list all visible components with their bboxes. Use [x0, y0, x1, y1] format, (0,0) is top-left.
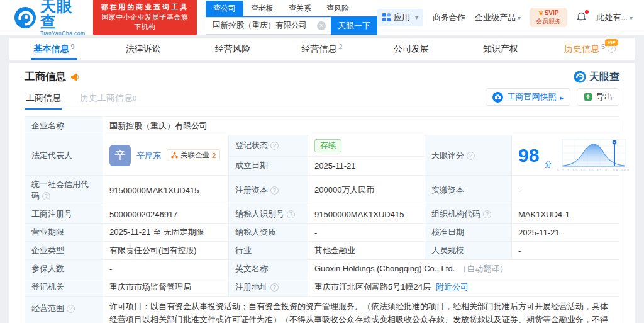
chart-x-ticks: 0 1 3 10 30 60 85 97 99 100 — [557, 168, 630, 172]
brand-slogan-badge: 都在用的商业查询工具 国家中小企业发展子基金旗下机构 — [93, 0, 197, 35]
search-area: 查公司 查老板 查关系 查风险 天眼一下 — [206, 1, 377, 35]
paid-capital-value: - — [512, 176, 619, 205]
svip-member-button[interactable]: SVIP 会员服务 — [530, 8, 567, 27]
credit-code-label: 统一社会信用代码 — [25, 176, 103, 205]
company-type-label: 企业类型 — [25, 242, 103, 260]
notification-dot — [585, 10, 589, 14]
score-cell: 98 分 — [512, 135, 619, 176]
help-icon[interactable] — [270, 142, 279, 150]
taxpayer-quality-label: 纳税人资质 — [229, 224, 308, 242]
tianyancha-watermark: 天眼查 — [574, 71, 619, 84]
company-name-value: 国新控股（重庆）有限公司 — [103, 117, 619, 135]
legal-rep-label: 法定代表人 — [25, 135, 103, 176]
row-insured: 参保人数 - 英文名称 Guoxin Holdings (Chongqing) … — [25, 260, 619, 278]
business-info-table: 企业名称 国新控股（重庆）有限公司 法定代表人 辛 辛厚东 关联企 — [25, 116, 619, 323]
subtab-history-business-info[interactable]: 历史工商信息0 — [79, 90, 138, 110]
section-title: 工商信息 — [25, 70, 66, 84]
related-graph-icon — [171, 152, 178, 159]
reg-number-value: 500000020246917 — [103, 205, 229, 224]
search-button[interactable]: 天眼一下 — [331, 17, 377, 35]
section-title-row: 工商信息 — [25, 70, 81, 84]
crown-icon — [538, 9, 545, 16]
industry-value: 其他金融业 — [308, 242, 425, 260]
credit-code-value: 91500000MAK1XUD415 — [103, 176, 229, 205]
slogan-line2: 国家中小企业发展子基金旗下机构 — [98, 13, 192, 33]
score-label: 天眼评分 — [425, 135, 512, 176]
search-tab-company[interactable]: 查公司 — [206, 1, 243, 16]
help-icon[interactable] — [67, 305, 75, 313]
help-icon[interactable] — [42, 192, 50, 200]
menu-cooperation[interactable]: 商务合作 — [433, 12, 465, 23]
reg-authority-value: 重庆市市场监督管理局 — [103, 278, 229, 297]
help-icon[interactable] — [287, 210, 295, 218]
help-icon[interactable] — [270, 283, 279, 292]
tab-intellectual-property[interactable]: 知识产权 — [456, 38, 545, 60]
tianyancha-logo[interactable]: 天眼查 TianYanCha.com — [14, 0, 87, 37]
tab-company-development[interactable]: 公司发展 — [367, 38, 456, 60]
help-icon[interactable] — [270, 186, 279, 195]
logo-name: 天眼查 — [40, 0, 87, 30]
tab-business-info[interactable]: 经营信息2 — [277, 38, 367, 60]
company-nav-tabs: 基本信息9 法律诉讼 经营风险 经营信息2 公司发展 知识产权 VIP 历史信息… — [9, 38, 635, 60]
staff-size-value: - — [512, 242, 619, 260]
related-companies-badge[interactable]: 关联企业 2 — [167, 149, 220, 161]
camera-stamp-icon — [492, 92, 503, 103]
vip-tag: VIP — [605, 39, 618, 46]
export-button[interactable]: 导出 — [577, 88, 619, 106]
est-date-label: 成立日期 — [229, 156, 308, 175]
legal-rep-cell: 辛 辛厚东 关联企业 2 — [103, 135, 229, 176]
insured-count-label: 参保人数 — [25, 260, 103, 278]
taxpayer-quality-value: - — [308, 224, 425, 242]
header-menu: 应用 商务合作 企业级产品 SVIP 会员服务 此处有... — [377, 8, 633, 27]
company-name-label: 企业名称 — [25, 117, 103, 135]
apps-label: 应用 — [394, 12, 410, 23]
reg-authority-label: 登记机关 — [25, 278, 103, 297]
row-codes-2: 工商注册号 500000020246917 纳税人识别号 91500000MAK… — [25, 205, 619, 224]
watermark-swirl-icon — [574, 71, 586, 83]
tab-legal-proceedings[interactable]: 法律诉讼 — [99, 38, 188, 60]
logo-swirl-icon — [14, 6, 36, 30]
help-icon[interactable] — [467, 152, 475, 160]
search-tab-risk[interactable]: 查风险 — [319, 1, 357, 16]
subtab-indicator — [25, 108, 62, 110]
subtab-business-info[interactable]: 工商信息 — [25, 90, 62, 110]
tab-operating-risk[interactable]: 经营风险 — [188, 38, 277, 60]
nearby-companies-link[interactable]: 附近公司 — [436, 282, 469, 292]
approval-date-label: 核准日期 — [425, 224, 512, 242]
apps-menu[interactable]: 应用 — [377, 9, 423, 26]
legal-rep-name-link[interactable]: 辛厚东 — [136, 150, 161, 161]
menu-enterprise-products[interactable]: 企业级产品 — [475, 12, 521, 23]
english-name-value: Guoxin Holdings (Chongqing) Co., Ltd.（自动… — [308, 260, 619, 278]
legal-rep-avatar[interactable]: 辛 — [109, 145, 131, 166]
row-authority: 登记机关 重庆市市场监督管理局 注册地址 重庆市江北区创富路5号1幢24层附近公… — [25, 278, 619, 297]
search-input[interactable] — [206, 17, 331, 35]
notifications-bell-icon[interactable] — [576, 12, 587, 23]
company-type-value: 有限责任公司(国有控股) — [103, 242, 229, 260]
official-snapshot-button[interactable]: 工商官网快照 — [486, 88, 570, 106]
tab-basic-info[interactable]: 基本信息9 — [9, 38, 99, 60]
slogan-line1: 都在用的商业查询工具 — [98, 3, 192, 13]
help-icon[interactable] — [483, 210, 491, 218]
megaphone-icon[interactable] — [70, 72, 81, 82]
reg-capital-value: 200000万人民币 — [308, 176, 425, 205]
score-value: 98 — [518, 146, 539, 165]
business-info-card: 工商信息 天眼查 工商信息 历史工商信息0 — [9, 63, 635, 323]
row-term: 营业期限 2025-11-21 至 无固定期限 纳税人资质 - 核准日期 202… — [25, 224, 619, 242]
row-scope: 经营范围 许可项目：以自有资金从事投资活动；自有资金投资的资产管理服务。（依法须… — [25, 297, 619, 323]
search-tab-relation[interactable]: 查关系 — [281, 1, 319, 16]
english-name-label: 英文名称 — [229, 260, 308, 278]
business-term-label: 营业期限 — [25, 224, 103, 242]
score-distribution-chart[interactable]: 0 1 3 10 30 60 85 97 99 100 — [557, 139, 630, 172]
tab-history-info[interactable]: VIP 历史信息5 — [545, 38, 635, 60]
reg-address-value: 重庆市江北区创富路5号1幢24层附近公司 — [308, 278, 619, 297]
business-term-value: 2025-11-21 至 无固定期限 — [103, 224, 229, 242]
staff-size-label: 人员规模 — [425, 242, 512, 260]
org-code-label: 组织机构代码 — [425, 205, 512, 224]
export-icon — [584, 93, 592, 101]
active-tab-indicator — [31, 58, 77, 60]
search-tab-boss[interactable]: 查老板 — [243, 1, 281, 16]
watermark-text: 天眼查 — [589, 71, 619, 84]
reg-number-label: 工商注册号 — [25, 205, 103, 224]
clear-search-icon[interactable] — [317, 21, 326, 30]
user-account-menu[interactable]: 此处有... — [596, 12, 633, 23]
